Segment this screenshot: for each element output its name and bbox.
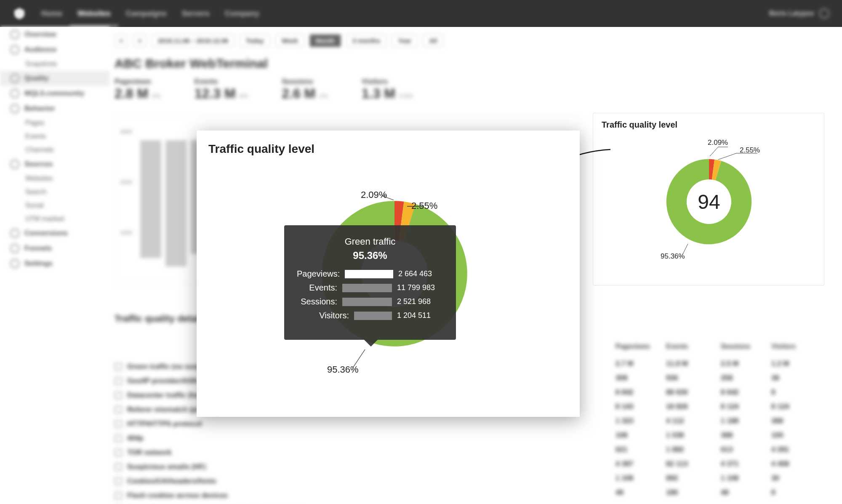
sidebar-settings[interactable]: Settings xyxy=(0,256,109,271)
sidebar-sources[interactable]: Sources xyxy=(0,157,109,172)
prev-button[interactable]: < xyxy=(115,34,128,47)
kpi-sessions: Sessions2.6 M1% xyxy=(282,77,328,101)
top-nav: Home Websites Campaigns Servers Company xyxy=(34,0,267,27)
nav-campaigns[interactable]: Campaigns xyxy=(118,0,174,27)
nav-servers[interactable]: Servers xyxy=(174,0,217,27)
sidebar-channels[interactable]: Channels xyxy=(0,143,109,157)
label-red: 2.09% xyxy=(708,139,728,147)
next-button[interactable]: > xyxy=(133,34,147,47)
cell: 8 124 xyxy=(721,403,739,411)
quality-icon xyxy=(10,74,19,83)
popup-label-red: 2.09% xyxy=(361,189,387,200)
funnels-icon xyxy=(10,244,19,253)
tooltip-row-visitors: Visitors: 1 204 511 xyxy=(297,311,443,320)
card-title: Traffic quality level xyxy=(602,120,677,130)
app-logo-icon xyxy=(13,7,26,20)
range-today[interactable]: Today xyxy=(240,34,270,47)
checkbox[interactable] xyxy=(115,463,122,471)
checkbox[interactable] xyxy=(115,420,122,428)
cell: 48 xyxy=(616,488,624,497)
cell: 388 xyxy=(721,431,733,440)
cell: 1 323 xyxy=(616,417,634,425)
range-all[interactable]: All xyxy=(423,34,443,47)
label-green: 95.36% xyxy=(661,252,685,261)
sidebar-events[interactable]: Events xyxy=(0,130,109,143)
cell: 308 xyxy=(616,374,627,382)
bar-icon xyxy=(345,270,393,278)
checkbox[interactable] xyxy=(115,363,122,371)
sidebar-community[interactable]: MQL5.community xyxy=(0,86,109,101)
range-week[interactable]: Week xyxy=(275,34,304,47)
overview-icon xyxy=(10,30,19,39)
cell: 186 xyxy=(666,488,678,497)
bar-icon xyxy=(342,298,392,306)
cell: 4 371 xyxy=(721,460,739,468)
row-label: HTTP/HTTPS protocol xyxy=(127,420,202,428)
sidebar-quality[interactable]: Quality xyxy=(0,71,109,86)
th-events: Events xyxy=(666,343,688,350)
sidebar-src-social[interactable]: Social xyxy=(0,199,109,212)
nav-websites[interactable]: Websites xyxy=(70,0,118,27)
th-visitors: Visitors xyxy=(771,343,796,350)
cell: 936 xyxy=(666,374,678,382)
date-range[interactable]: 2019.11.08 – 2019.12.08 xyxy=(152,34,234,47)
checkbox[interactable] xyxy=(115,392,122,399)
cell: 88 630 xyxy=(666,388,688,397)
range-year[interactable]: Year xyxy=(392,34,418,47)
checkbox[interactable] xyxy=(115,477,122,485)
user-menu[interactable]: Boris Latypov xyxy=(769,8,829,19)
checkbox[interactable] xyxy=(115,377,122,385)
settings-icon xyxy=(10,259,19,268)
popup-title: Traffic quality level xyxy=(208,142,314,156)
th-pageviews: Pageviews xyxy=(616,343,650,350)
page-title: ABC Broker WebTerminal xyxy=(115,56,268,71)
sidebar: Overview Audience Snapshots Quality MQL5… xyxy=(0,27,109,504)
sidebar-pages[interactable]: Pages xyxy=(0,116,109,130)
cell: 621 xyxy=(616,445,627,454)
th-sessions: Sessions xyxy=(721,343,750,350)
popup-label-orange: 2.55% xyxy=(411,200,437,211)
kpi-visitors: Visitors1.3 M3.5% xyxy=(362,77,413,101)
sidebar-audience[interactable]: Audience xyxy=(0,42,109,57)
nav-company[interactable]: Company xyxy=(217,0,267,27)
tooltip-tail-icon xyxy=(364,340,378,347)
sidebar-conversions[interactable]: Conversions xyxy=(0,226,109,241)
kpi-pageviews: Pageviews2.8 M2% xyxy=(115,77,161,101)
cell: 18 826 xyxy=(666,403,688,411)
sidebar-snapshots[interactable]: Snapshots xyxy=(0,57,109,71)
sources-icon xyxy=(10,160,19,169)
sidebar-src-utm[interactable]: UTM marked xyxy=(0,212,109,226)
sidebar-behavior[interactable]: Behavior xyxy=(0,101,109,116)
table-title: Traffic quality details xyxy=(115,313,207,324)
checkbox[interactable] xyxy=(115,449,122,456)
sidebar-src-search[interactable]: Search xyxy=(0,185,109,199)
sidebar-overview[interactable]: Overview xyxy=(0,27,109,42)
cell: 82 113 xyxy=(666,460,688,468)
cell: 1 108 xyxy=(616,474,634,483)
table-row: Flash cookies across devices xyxy=(115,488,228,503)
cell: 30 xyxy=(771,474,779,483)
checkbox[interactable] xyxy=(115,492,122,499)
tooltip-pct: 95.36% xyxy=(297,250,443,261)
cell: 108 xyxy=(616,431,627,440)
range-month[interactable]: Month xyxy=(309,34,341,47)
nav-home[interactable]: Home xyxy=(34,0,70,27)
kpi-events: Events12.3 M4% xyxy=(195,77,248,101)
sidebar-src-websites[interactable]: Websites xyxy=(0,172,109,185)
tooltip-row-sessions: Sessions: 2 521 968 xyxy=(297,297,443,307)
cell: 4 112 xyxy=(666,417,684,425)
cell: 100 xyxy=(771,431,783,440)
cell: 2.5 M xyxy=(721,360,739,368)
checkbox[interactable] xyxy=(115,435,122,442)
sidebar-funnels[interactable]: Funnels xyxy=(0,241,109,256)
cell: 38 xyxy=(771,374,779,382)
cell: 892 xyxy=(666,474,678,483)
cell: 258 xyxy=(721,374,733,382)
cell: 388 xyxy=(771,417,783,425)
range-3months[interactable]: 3 months xyxy=(346,34,387,47)
kpi-row: Pageviews2.8 M2% Events12.3 M4% Sessions… xyxy=(115,77,413,101)
cell: 1 108 xyxy=(721,474,739,483)
behavior-icon xyxy=(10,104,19,113)
checkbox[interactable] xyxy=(115,406,122,413)
table-row: HTTP/HTTPS protocol xyxy=(115,417,202,431)
